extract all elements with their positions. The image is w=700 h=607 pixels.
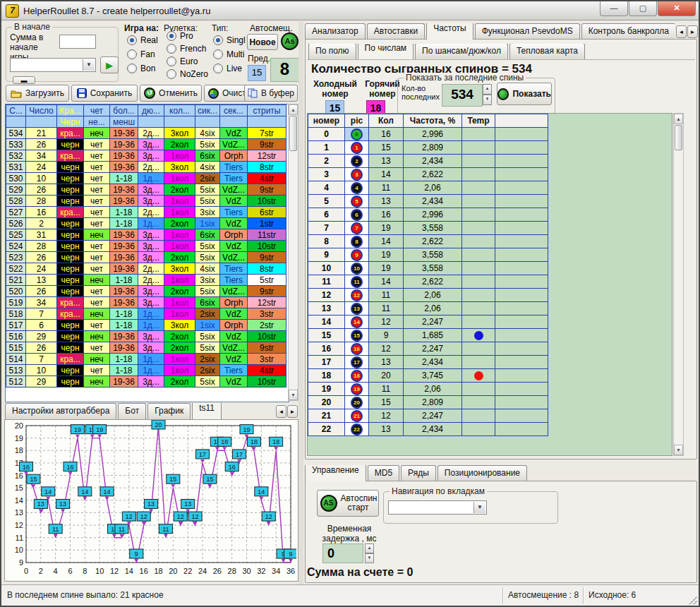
freq-subtab-1[interactable]: По числам (358, 44, 414, 59)
history-row[interactable]: 51526чернчет19-363д...2кол5sixVdZ...9str (6, 342, 286, 354)
combo-dropdown-icon[interactable]: ▼ (83, 59, 95, 71)
frequency-row[interactable]: 151591,685 (308, 329, 548, 342)
history-row[interactable]: 5187кра...неч1-181д...1кол2sixVdZ3str (6, 308, 286, 320)
radio-icon[interactable] (127, 64, 137, 73)
history-row[interactable]: 52113черннеч1-182д...1кол3sixTiers5str (6, 275, 286, 286)
grabber-tab-0[interactable]: Настройки автограббера (5, 403, 116, 419)
frequency-scroll-thumb[interactable] (675, 125, 682, 150)
sum-start-input[interactable] (59, 35, 96, 49)
minimize-button[interactable]: — (600, 1, 628, 16)
radio-icon[interactable] (127, 35, 137, 45)
main-tabs-scroll-right-icon[interactable]: ► (687, 25, 698, 38)
radio-icon[interactable] (127, 49, 137, 59)
spin-up-icon[interactable]: ▲ (483, 84, 492, 95)
maximize-button[interactable]: ▢ (629, 1, 657, 16)
main-tab-3[interactable]: Функционал PsevdoMS (475, 23, 580, 40)
title-bar[interactable]: 7 HelperRoullet 8.7 - create helperroull… (1, 1, 699, 20)
grabber-tab-3[interactable]: ts11 (192, 403, 222, 419)
frequency-row[interactable]: 99193,558 (308, 248, 548, 262)
history-row[interactable]: 52428чернчет19-363д...1кол5sixVdZ10str (6, 241, 286, 252)
history-row[interactable]: 5176чернчет1-181д...3кол1sixOrph2str (6, 320, 286, 331)
history-header-cell[interactable]: менш (110, 116, 138, 128)
frequency-row[interactable]: 55132,434 (308, 195, 548, 208)
history-row[interactable]: 5262чернчет1-181д...2кол1sixVdZ1str (6, 218, 286, 229)
control-tab-2[interactable]: Ряды (401, 465, 436, 481)
freq-subtab-2[interactable]: По шансам/дюж/кол (415, 44, 508, 59)
frequency-row[interactable]: 44112,06 (308, 181, 548, 195)
spin-up-icon[interactable]: ▲ (365, 543, 374, 553)
radio-option[interactable]: Real (127, 35, 158, 45)
autoshift-as-icon[interactable]: As (281, 32, 298, 50)
save-button[interactable]: Сохранить (71, 85, 138, 102)
radio-option[interactable]: Singl (213, 35, 246, 45)
history-row[interactable]: 52828чернчет19-363д...1кол5sixVdZ10str (6, 196, 286, 207)
close-button[interactable]: ✕ (658, 1, 696, 16)
frequency-header-cell[interactable]: Частота, % (404, 114, 462, 128)
control-tab-3[interactable]: Позиционирование (438, 465, 527, 481)
play-button[interactable]: ▶ (100, 56, 119, 73)
history-header-cell[interactable]: С... (6, 105, 26, 116)
history-row[interactable]: 52224чернчет19-362д...3кол4sixTiers8str (6, 263, 286, 275)
freq-subtab-0[interactable]: По полю (308, 44, 356, 59)
frequency-row[interactable]: 77193,558 (308, 222, 548, 235)
history-scrollbar[interactable]: ▲ ▼ (288, 104, 298, 401)
frequency-row[interactable]: 22132,434 (308, 155, 548, 168)
delay-spinner[interactable]: ▲ ▼ (365, 543, 374, 563)
frequency-row[interactable]: 1414122,247 (308, 315, 548, 329)
radio-option[interactable]: Pro (167, 31, 208, 41)
history-header-cell[interactable] (138, 116, 164, 128)
history-combobox[interactable]: ▼ (10, 58, 96, 72)
frequency-row[interactable]: 33142,622 (308, 168, 548, 181)
history-row[interactable]: 52531черннеч19-363д...1кол6sixOrph11str (6, 229, 286, 241)
main-tab-1[interactable]: Автоставки (367, 23, 426, 40)
history-row[interactable]: 52716кра...чет1-182д...1кол3sixTiers6str (6, 207, 286, 218)
history-header-cell[interactable]: сек... (220, 105, 248, 116)
main-tab-4[interactable]: Контроль банкролла (581, 23, 675, 40)
history-row[interactable]: 51934кра...чет19-363д...1кол6sixOrph12st… (6, 297, 286, 308)
history-row[interactable]: 53010чернчет1-181д...1кол2sixTiers4str (6, 173, 286, 184)
radio-option[interactable]: Euro (167, 56, 208, 66)
history-header-cell[interactable]: Черн (57, 116, 84, 128)
scroll-up-icon[interactable]: ▲ (289, 104, 298, 115)
radio-icon[interactable] (167, 56, 176, 66)
history-header-cell[interactable] (195, 116, 220, 128)
scroll-down-icon[interactable]: ▼ (674, 445, 683, 455)
frequency-row[interactable]: 1919112,06 (308, 383, 548, 396)
frequency-row[interactable]: 1111142,622 (308, 275, 548, 289)
frequency-row[interactable]: 00162,996 (308, 128, 548, 141)
frequency-header-cell[interactable]: Temp (462, 114, 495, 128)
frequency-header-cell[interactable] (495, 114, 548, 128)
show-button[interactable]: Показать (497, 83, 552, 105)
grabber-tab-1[interactable]: Бот (118, 403, 146, 419)
frequency-header-cell[interactable]: номер (308, 114, 345, 128)
autospin-start-button[interactable]: AS Автоспин старт (317, 490, 379, 517)
frequency-header-cell[interactable]: pic (345, 114, 369, 128)
history-scroll-thumb[interactable] (289, 116, 297, 151)
frequency-row[interactable]: 2222132,434 (308, 423, 548, 436)
history-row[interactable]: 51629черннеч19-363д...2кол5sixVdZ10str (6, 331, 286, 342)
tabs-scroll-left-icon[interactable]: ◄ (276, 405, 286, 418)
radio-icon[interactable] (213, 35, 223, 45)
combo-dropdown-icon[interactable]: ▼ (473, 502, 485, 513)
radio-option[interactable]: Multi (213, 49, 246, 59)
history-row[interactable]: 52926чернчет19-363д...2кол5sixVdZ...9str (6, 184, 286, 196)
frequency-row[interactable]: 2020152,809 (308, 396, 548, 409)
main-tab-0[interactable]: Анализатор (305, 23, 366, 40)
history-header-cell[interactable]: дю... (138, 105, 164, 116)
history-header-cell[interactable]: Число (26, 105, 57, 116)
history-row[interactable]: 53124чернчет19-362д...3кол4sixTiers8str (6, 162, 286, 173)
new-button[interactable]: Новое (247, 34, 278, 50)
history-row[interactable]: 53234кра...чет19-363д...1кол6sixOrph12st… (6, 150, 286, 162)
radio-option[interactable]: Fan (127, 49, 158, 59)
radio-option[interactable]: NoZero (167, 69, 208, 79)
history-header-cell[interactable] (164, 116, 195, 128)
frequency-row[interactable]: 2121122,247 (308, 409, 548, 423)
radio-option[interactable]: French (167, 44, 208, 54)
load-button[interactable]: Загрузить (6, 85, 69, 102)
history-header-cell[interactable]: не... (84, 116, 110, 128)
scroll-up-icon[interactable]: ▲ (674, 114, 683, 124)
nav-combobox[interactable]: ▼ (388, 500, 487, 515)
main-tab-2[interactable]: Частоты (426, 23, 473, 40)
undo-button[interactable]: ↺ Отменить (140, 85, 202, 102)
history-row[interactable]: 51310чернчет1-181д...1кол2sixTiers4str (6, 365, 286, 376)
